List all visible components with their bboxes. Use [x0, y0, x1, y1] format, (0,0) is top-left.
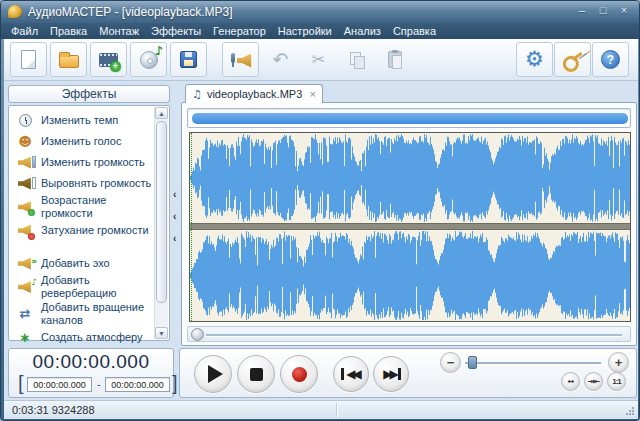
- scroll-down-icon[interactable]: ▼: [155, 327, 168, 339]
- menu-help[interactable]: Справка: [387, 23, 442, 39]
- overview-loaded-bar[interactable]: [192, 113, 628, 124]
- selection-start-field[interactable]: [27, 377, 92, 392]
- effect-item-change-tempo[interactable]: Изменить темп: [13, 110, 153, 131]
- echo-icon: »: [17, 257, 33, 271]
- save-floppy-icon: [180, 51, 197, 68]
- copy-icon: [349, 52, 365, 68]
- menu-settings[interactable]: Настройки: [272, 23, 338, 39]
- zoom-slider-thumb[interactable]: [468, 356, 477, 369]
- new-file-icon: [21, 50, 36, 69]
- menu-edit[interactable]: Правка: [44, 23, 93, 39]
- effect-item-fade-out[interactable]: Затухание громкости: [13, 220, 153, 241]
- undo-icon: ↶: [273, 50, 289, 69]
- play-icon: [208, 365, 223, 383]
- effects-list: Изменить темп ☻ Изменить голос Изменить …: [8, 105, 170, 341]
- minus-icon: −: [447, 355, 455, 370]
- zoom-out-button[interactable]: −: [440, 352, 461, 373]
- fit-to-window-button[interactable]: ↔: [561, 372, 580, 391]
- effect-item-normalize-volume[interactable]: Выровнять громкость: [13, 173, 153, 194]
- scissors-icon: ✂: [312, 50, 325, 69]
- scroll-thumb[interactable]: [191, 328, 204, 341]
- panel-splitter[interactable]: ‹ ‹ ‹: [171, 85, 181, 341]
- effect-item-change-volume[interactable]: Изменить громкость: [13, 152, 153, 173]
- skip-to-start-button[interactable]: ◀◀: [333, 356, 369, 392]
- effect-item-add-reverb[interactable]: ♪ Добавить реверберацию: [13, 274, 153, 300]
- title-bar[interactable]: АудиоМАСТЕР - [videoplayback.MP3] – □ ×: [1, 1, 639, 23]
- fade-in-icon: [17, 200, 33, 214]
- collapse-chevron-icon[interactable]: ‹: [173, 189, 181, 201]
- effect-item-fade-in[interactable]: Возрастание громкости: [13, 194, 153, 220]
- new-file-button[interactable]: [10, 42, 47, 77]
- horizontal-scrollbar[interactable]: [187, 326, 631, 342]
- scrollbar-thumb[interactable]: [156, 121, 167, 303]
- gear-icon: ⚙: [525, 49, 544, 70]
- effect-item-channel-rotation[interactable]: ⇄ Добавить вращение каналов: [13, 300, 153, 327]
- activation-key-button[interactable]: [554, 42, 591, 77]
- paste-button: [376, 42, 413, 77]
- help-button[interactable]: ?: [592, 42, 629, 77]
- effect-item-change-voice[interactable]: ☻ Изменить голос: [13, 131, 153, 152]
- play-button[interactable]: [194, 355, 232, 393]
- menu-montage[interactable]: Монтаж: [93, 23, 145, 39]
- selection-time-row: [ - ]: [9, 375, 173, 395]
- tab-label: videoplayback.MP3: [207, 88, 305, 100]
- bracket-close: ]: [172, 372, 178, 395]
- zoom-selection-icon: ⇥⇤: [588, 377, 599, 386]
- zoom-in-button[interactable]: +: [608, 352, 629, 373]
- skip-to-start-icon: ◀◀: [341, 367, 360, 381]
- app-icon: [8, 5, 22, 18]
- stop-button[interactable]: [237, 355, 275, 393]
- menu-effects[interactable]: Эффекты: [145, 23, 207, 39]
- effects-scrollbar[interactable]: ▲ ▼: [154, 107, 168, 339]
- reverb-icon: ♪: [17, 280, 33, 294]
- scroll-up-icon[interactable]: ▲: [155, 107, 168, 119]
- add-video-button[interactable]: +: [90, 42, 127, 77]
- tab-close-icon[interactable]: ×: [310, 89, 316, 100]
- record-voice-button[interactable]: [222, 42, 259, 77]
- cut-button: ✂: [300, 42, 337, 77]
- channel-rotate-icon: ⇄: [17, 307, 33, 321]
- record-icon: [292, 367, 307, 382]
- settings-button[interactable]: ⚙: [516, 42, 553, 77]
- zoom-slider-track[interactable]: [465, 362, 601, 364]
- maximize-button[interactable]: □: [596, 4, 610, 17]
- voice-icon: ☻: [17, 135, 33, 149]
- microphone-speaker-icon: [229, 52, 253, 68]
- resize-grip[interactable]: [625, 406, 634, 415]
- selection-separator: -: [97, 378, 101, 390]
- fade-out-icon: [17, 224, 33, 238]
- effect-item-add-echo[interactable]: » Добавить эхо: [13, 253, 153, 274]
- close-button[interactable]: ×: [617, 4, 631, 17]
- overview-strip[interactable]: [187, 108, 631, 128]
- record-button[interactable]: [280, 355, 318, 393]
- skip-to-end-button[interactable]: ▶▶: [373, 356, 409, 392]
- status-divider: [336, 403, 337, 417]
- grab-from-cd-button[interactable]: ♪: [130, 42, 167, 77]
- zoom-to-selection-button[interactable]: ⇥⇤: [584, 372, 603, 391]
- menu-generator[interactable]: Генератор: [207, 23, 272, 39]
- tab-videoplayback[interactable]: ♫ videoplayback.MP3 ×: [185, 84, 323, 103]
- minimize-button[interactable]: –: [575, 4, 589, 17]
- menu-file[interactable]: Файл: [5, 23, 44, 39]
- clock-icon: [17, 114, 33, 128]
- effects-panel-header[interactable]: Эффекты: [8, 85, 170, 103]
- effect-item-create-atmosphere[interactable]: ∗ Создать атмосферу: [13, 327, 153, 348]
- normalize-icon: [17, 177, 33, 191]
- collapse-chevron-icon[interactable]: ‹: [173, 211, 181, 223]
- app-window: АудиоМАСТЕР - [videoplayback.MP3] – □ × …: [0, 0, 640, 421]
- save-file-button[interactable]: [170, 42, 207, 77]
- menu-analysis[interactable]: Анализ: [338, 23, 387, 39]
- bracket-open: [: [18, 372, 24, 395]
- waveform-canvas[interactable]: [190, 133, 630, 321]
- time-panel: 00:00:00.000 [ - ]: [8, 348, 174, 398]
- question-mark-icon: ?: [601, 50, 620, 69]
- fit-arrows-icon: ↔: [568, 377, 574, 386]
- music-note-icon: ♪: [155, 44, 163, 58]
- toolbar: + ♪ ↶ ✂ ⚙ ?: [4, 39, 638, 81]
- zoom-one-to-one-button[interactable]: 1:1: [607, 372, 626, 391]
- key-icon: [559, 48, 586, 72]
- selection-end-field[interactable]: [105, 377, 170, 392]
- skip-to-end-icon: ▶▶: [381, 367, 400, 381]
- open-file-button[interactable]: [50, 42, 87, 77]
- collapse-chevron-icon[interactable]: ‹: [173, 233, 181, 245]
